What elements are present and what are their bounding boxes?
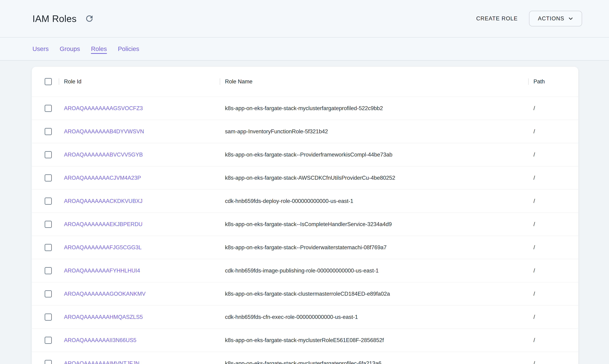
tab-users[interactable]: Users	[32, 45, 49, 52]
role-path-cell: /	[528, 128, 578, 135]
row-checkbox[interactable]	[45, 290, 52, 298]
tab-groups[interactable]: Groups	[60, 45, 80, 52]
role-id-link[interactable]: AROAQAAAAAAACJVM4A23P	[64, 175, 141, 181]
role-id-link[interactable]: AROAQAAAAAAAGOOKANKMV	[64, 291, 146, 297]
table-row: AROAQAAAAAAAFYHHLHUI4 cdk-hnb659fds-imag…	[32, 259, 578, 282]
select-all-checkbox[interactable]	[45, 78, 52, 85]
table-row: AROAQAAAAAAACKDKVUBXJ cdk-hnb659fds-depl…	[32, 189, 578, 212]
role-name-cell: cdk-hnb659fds-deploy-role-000000000000-u…	[220, 198, 528, 204]
role-id-link[interactable]: AROAQAAAAAAACKDKVUBXJ	[64, 198, 142, 204]
role-path-cell: /	[528, 337, 578, 343]
role-name-cell: cdk-hnb659fds-cfn-exec-role-000000000000…	[220, 314, 528, 320]
row-checkbox[interactable]	[45, 105, 52, 112]
iam-tab-bar: Users Groups Roles Policies	[0, 37, 609, 61]
column-header-path: Path	[528, 78, 578, 85]
row-checkbox[interactable]	[45, 360, 52, 364]
content-area: Role Id Role Name Path AROAQAAAAAAAAGSVO…	[0, 61, 609, 364]
table-row: AROAQAAAAAAAII3N66US5 k8s-app-on-eks-far…	[32, 328, 578, 351]
role-name-cell: sam-app-InventoryFunctionRole-5f321b42	[220, 128, 528, 135]
table-row: AROAQAAAAAAAIMVNTJFJN k8s-app-on-eks-far…	[32, 351, 578, 364]
row-checkbox[interactable]	[45, 267, 52, 274]
role-path-cell: /	[528, 105, 578, 112]
role-id-link[interactable]: AROAQAAAAAAAAGSVOCFZ3	[64, 105, 143, 111]
role-path-cell: /	[528, 244, 578, 251]
row-checkbox[interactable]	[45, 174, 52, 182]
page-title: IAM Roles	[32, 13, 77, 24]
refresh-button[interactable]	[84, 13, 95, 24]
tab-roles[interactable]: Roles	[91, 45, 107, 52]
actions-button[interactable]: ACTIONS	[529, 11, 582, 26]
role-path-cell: /	[528, 360, 578, 364]
row-checkbox[interactable]	[45, 313, 52, 321]
role-id-link[interactable]: AROAQAAAAAAAB4DYVWSVN	[64, 128, 144, 135]
role-name-cell: k8s-app-on-eks-fargate-stack--Providerwa…	[220, 244, 528, 251]
role-name-cell: k8s-app-on-eks-fargate-stack-clustermast…	[220, 291, 528, 297]
roles-table-card: Role Id Role Name Path AROAQAAAAAAAAGSVO…	[32, 67, 578, 364]
row-checkbox[interactable]	[45, 221, 52, 228]
role-name-cell: k8s-app-on-eks-fargate-stack-myclusterfa…	[220, 105, 528, 112]
column-header-role-name: Role Name	[220, 78, 528, 85]
role-name-cell: k8s-app-on-eks-fargate-stack--IsComplete…	[220, 221, 528, 228]
role-name-cell: k8s-app-on-eks-fargate-stack-myclusterRo…	[220, 337, 528, 343]
role-id-link[interactable]: AROAQAAAAAAAFYHHLHUI4	[64, 268, 140, 274]
role-path-cell: /	[528, 291, 578, 297]
role-name-cell: k8s-app-on-eks-fargate-stack--Providerfr…	[220, 152, 528, 158]
table-row: AROAQAAAAAAACJVM4A23P k8s-app-on-eks-far…	[32, 166, 578, 189]
actions-button-label: ACTIONS	[538, 15, 564, 22]
table-row: AROAQAAAAAAAAGSVOCFZ3 k8s-app-on-eks-far…	[32, 96, 578, 120]
role-id-link[interactable]: AROAQAAAAAAAFJG5CGG3L	[64, 244, 142, 250]
chevron-down-icon	[567, 15, 575, 23]
row-checkbox[interactable]	[45, 128, 52, 135]
row-checkbox[interactable]	[45, 198, 52, 205]
role-path-cell: /	[528, 175, 578, 181]
role-name-cell: k8s-app-on-eks-fargate-stack-AWSCDKCfnUt…	[220, 175, 528, 181]
table-row: AROAQAAAAAAAHMQASZLS5 cdk-hnb659fds-cfn-…	[32, 305, 578, 328]
table-row: AROAQAAAAAAABVCVV5GYB k8s-app-on-eks-far…	[32, 143, 578, 166]
role-path-cell: /	[528, 221, 578, 228]
table-row: AROAQAAAAAAAB4DYVWSVN sam-app-InventoryF…	[32, 120, 578, 143]
page-header: IAM Roles CREATE ROLE ACTIONS	[0, 0, 609, 37]
row-checkbox[interactable]	[45, 337, 52, 344]
tab-policies[interactable]: Policies	[118, 45, 139, 52]
row-checkbox[interactable]	[45, 151, 52, 158]
role-path-cell: /	[528, 268, 578, 274]
role-id-link[interactable]: AROAQAAAAAAAII3N66US5	[64, 337, 136, 343]
table-row: AROAQAAAAAAAGOOKANKMV k8s-app-on-eks-far…	[32, 282, 578, 305]
table-row: AROAQAAAAAAAFJG5CGG3L k8s-app-on-eks-far…	[32, 236, 578, 259]
create-role-button[interactable]: CREATE ROLE	[471, 12, 523, 25]
role-id-link[interactable]: AROAQAAAAAAABVCVV5GYB	[64, 152, 143, 158]
refresh-icon	[84, 14, 94, 23]
role-id-link[interactable]: AROAQAAAAAAAHMQASZLS5	[64, 314, 143, 320]
role-path-cell: /	[528, 314, 578, 320]
row-checkbox[interactable]	[45, 244, 52, 251]
role-name-cell: k8s-app-on-eks-fargate-stack-myclusterfa…	[220, 360, 528, 364]
table-row: AROAQAAAAAAAEKJBPERDU k8s-app-on-eks-far…	[32, 212, 578, 236]
role-id-link[interactable]: AROAQAAAAAAAIMVNTJFJN	[64, 360, 139, 364]
role-id-link[interactable]: AROAQAAAAAAAEKJBPERDU	[64, 221, 142, 227]
table-header-row: Role Id Role Name Path	[32, 67, 578, 96]
role-path-cell: /	[528, 152, 578, 158]
table-body: AROAQAAAAAAAAGSVOCFZ3 k8s-app-on-eks-far…	[32, 96, 578, 364]
column-header-role-id: Role Id	[59, 78, 220, 85]
role-name-cell: cdk-hnb659fds-image-publishing-role-0000…	[220, 268, 528, 274]
role-path-cell: /	[528, 198, 578, 204]
